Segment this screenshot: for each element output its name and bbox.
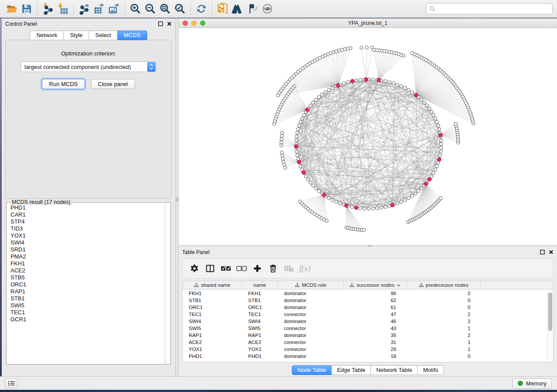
cell-shared-name[interactable]: SWI5 (183, 326, 242, 331)
ring-node[interactable] (436, 124, 439, 127)
search-input[interactable] (438, 6, 549, 12)
leaf-node[interactable] (280, 141, 283, 144)
cell-predecessor-nodes[interactable]: 2 (407, 291, 481, 296)
cell-shared-name[interactable]: RAP1 (183, 333, 242, 338)
scrollbar-thumb[interactable] (548, 292, 552, 331)
deselect-all-icon[interactable] (235, 262, 248, 275)
node-table[interactable]: shared namenameMCDS rolesuccessor nodesp… (182, 281, 554, 362)
ring-node[interactable] (298, 124, 301, 127)
ring-node[interactable] (410, 91, 413, 94)
mcds-node[interactable] (364, 78, 368, 82)
mcds-node[interactable] (391, 203, 394, 207)
ring-node[interactable] (296, 131, 299, 134)
gear-icon[interactable] (188, 262, 201, 275)
close-panel-button[interactable]: Close panel (91, 79, 135, 89)
mcds-result-item[interactable]: CAR1 (8, 211, 164, 218)
ring-node[interactable] (407, 196, 410, 199)
select-all-icon[interactable] (219, 262, 232, 275)
ring-node[interactable] (400, 200, 403, 203)
ring-node[interactable] (376, 206, 379, 210)
cell-name[interactable]: TEC1 (242, 312, 278, 317)
leaf-node[interactable] (454, 122, 457, 125)
mcds-node[interactable] (344, 204, 348, 208)
ring-node[interactable] (295, 135, 298, 138)
table-row[interactable]: STB1STB1dominator620 (183, 297, 547, 304)
ring-node[interactable] (392, 82, 395, 85)
zoom-in-icon[interactable] (128, 2, 143, 15)
table-scrollbar[interactable] (547, 290, 553, 362)
ring-node[interactable] (420, 98, 423, 101)
column-header-name[interactable]: name (242, 281, 278, 289)
export-table-icon[interactable] (92, 2, 107, 15)
mcds-result-list[interactable]: PHD1CAR1STP4TID3YOX1SWI4SRD1PMA2FKH1ACE2… (8, 204, 164, 363)
ring-node[interactable] (299, 120, 302, 124)
ring-node[interactable] (321, 93, 324, 96)
ring-node[interactable] (439, 139, 443, 142)
cell-name[interactable]: FKH1 (242, 291, 278, 296)
table-row[interactable]: TEC1TEC1connector472 (183, 311, 547, 318)
tab-edge-table[interactable]: Edge Table (332, 365, 371, 375)
ring-node[interactable] (384, 79, 387, 83)
cell-name[interactable]: PHD1 (242, 354, 278, 359)
table-row[interactable]: ORC1ORC1dominator610 (183, 304, 547, 311)
ring-node[interactable] (297, 127, 300, 131)
mcds-node[interactable] (415, 93, 419, 97)
cell-successor-nodes[interactable]: 43 (344, 326, 407, 331)
ring-node[interactable] (428, 107, 431, 110)
cell-predecessor-nodes[interactable]: 2 (407, 333, 481, 338)
cell-MCDS-role[interactable]: dominator (278, 291, 344, 296)
leaf-node[interactable] (439, 196, 442, 199)
mcds-result-item[interactable]: SWI4 (8, 239, 164, 246)
mcds-result-item[interactable]: PMA2 (8, 253, 164, 260)
cell-name[interactable]: SWI5 (242, 326, 278, 331)
table-row[interactable]: SWI5SWI5connector431 (183, 325, 547, 332)
close-panel-icon[interactable] (166, 21, 172, 27)
mcds-node[interactable] (428, 177, 432, 181)
ring-node[interactable] (420, 187, 423, 190)
ring-node[interactable] (423, 101, 426, 104)
column-view-icon[interactable] (204, 262, 217, 275)
ring-node[interactable] (400, 85, 403, 88)
import-network-icon[interactable] (41, 2, 55, 15)
mcds-node[interactable] (350, 79, 354, 83)
leaf-node[interactable] (280, 138, 283, 141)
ring-node[interactable] (396, 83, 399, 86)
ring-node[interactable] (371, 78, 374, 81)
tab-style[interactable]: Style (64, 31, 89, 40)
mcds-node[interactable] (294, 144, 298, 148)
mcds-node[interactable] (439, 133, 443, 137)
ring-node[interactable] (317, 96, 320, 99)
cell-shared-name[interactable]: ORC1 (183, 305, 242, 310)
close-panel-icon[interactable] (548, 250, 554, 255)
cell-successor-nodes[interactable]: 62 (344, 298, 407, 303)
ring-node[interactable] (309, 181, 312, 184)
ring-node[interactable] (439, 154, 442, 157)
column-header-shared-name[interactable]: shared name (183, 281, 242, 289)
export-image-icon[interactable] (107, 2, 121, 15)
cell-successor-nodes[interactable]: 31 (344, 340, 407, 345)
ring-node[interactable] (432, 113, 435, 117)
cell-successor-nodes[interactable]: 47 (344, 312, 407, 317)
ring-node[interactable] (339, 202, 342, 205)
float-panel-icon[interactable] (540, 250, 545, 255)
ring-node[interactable] (384, 205, 387, 208)
leaf-node[interactable] (411, 52, 414, 55)
tab-network-table[interactable]: Network Table (371, 365, 418, 375)
ring-node[interactable] (304, 175, 308, 178)
ring-node[interactable] (350, 205, 353, 208)
cell-name[interactable]: STB1 (242, 298, 278, 303)
ring-node[interactable] (388, 81, 391, 84)
mcds-node[interactable] (302, 171, 306, 175)
tab-motifs[interactable]: Motifs (418, 365, 444, 375)
minimize-window-icon[interactable] (191, 21, 197, 26)
column-header-successor-nodes[interactable]: successor nodes (344, 281, 407, 289)
ring-node[interactable] (343, 82, 346, 85)
run-mcds-button[interactable]: Run MCDS (42, 79, 85, 89)
ring-node[interactable] (307, 178, 310, 181)
ring-node[interactable] (439, 150, 442, 153)
cell-MCDS-role[interactable]: connector (278, 326, 344, 331)
mcds-result-item[interactable]: STB1 (8, 295, 164, 302)
cell-MCDS-role[interactable]: connector (278, 347, 344, 352)
save-session-icon[interactable] (19, 2, 34, 15)
mcds-result-item[interactable]: SRD1 (8, 246, 164, 253)
